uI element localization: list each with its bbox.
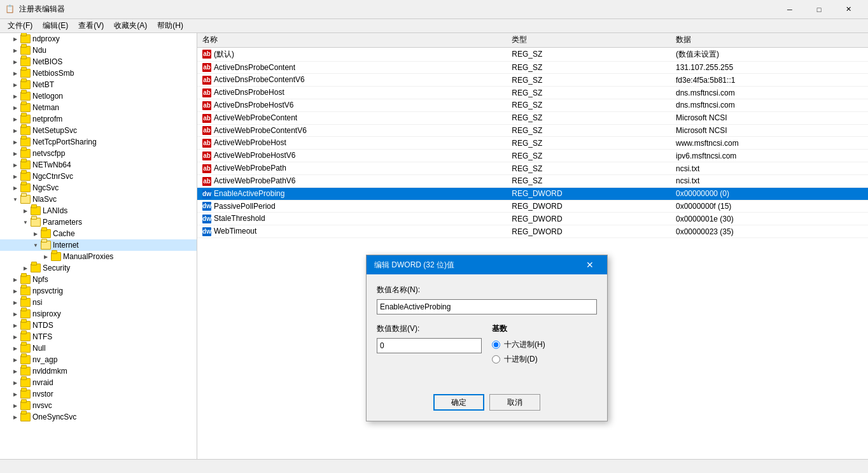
radio-hex[interactable] xyxy=(492,341,500,349)
dialog-title: 编辑 DWORD (32 位)值 xyxy=(374,260,580,271)
radio-dec-label[interactable]: 十进制(D) xyxy=(504,354,538,365)
dialog-close-button[interactable]: ✕ xyxy=(580,255,599,274)
dialog-overlay: 编辑 DWORD (32 位)值 ✕ 数值名称(N): 数值数据(V): 基数 … xyxy=(0,0,868,473)
value-data-input[interactable] xyxy=(377,338,482,353)
edit-dword-dialog: 编辑 DWORD (32 位)值 ✕ 数值名称(N): 数值数据(V): 基数 … xyxy=(366,255,608,421)
ok-button[interactable]: 确定 xyxy=(433,394,484,411)
value-data-field: 数值数据(V): xyxy=(377,323,482,369)
dialog-buttons: 确定 取消 xyxy=(367,389,607,421)
base-label: 基数 xyxy=(492,323,597,334)
dialog-body: 数值名称(N): 数值数据(V): 基数 十六进制(H) 十进制(D) xyxy=(367,274,607,389)
radio-dec-row: 十进制(D) xyxy=(492,354,597,365)
base-group: 基数 十六进制(H) 十进制(D) xyxy=(492,323,597,369)
radio-hex-label[interactable]: 十六进制(H) xyxy=(504,339,545,350)
value-name-label: 数值名称(N): xyxy=(377,285,597,295)
radio-hex-row: 十六进制(H) xyxy=(492,339,597,350)
dialog-title-bar: 编辑 DWORD (32 位)值 ✕ xyxy=(367,255,607,274)
radio-dec[interactable] xyxy=(492,355,500,364)
dialog-data-row: 数值数据(V): 基数 十六进制(H) 十进制(D) xyxy=(377,323,597,369)
cancel-button[interactable]: 取消 xyxy=(489,394,540,411)
value-name-input[interactable] xyxy=(377,299,597,314)
value-data-label: 数值数据(V): xyxy=(377,323,482,334)
